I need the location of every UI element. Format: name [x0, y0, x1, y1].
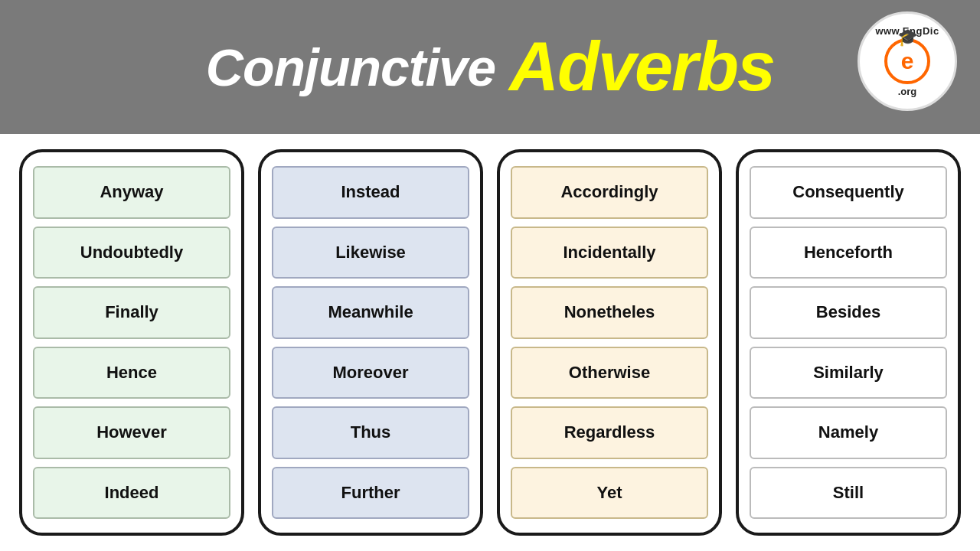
word-nonetheles: Nonetheles [511, 286, 708, 339]
word-incidentally: Incidentally [511, 227, 708, 279]
word-anyway: Anyway [33, 166, 230, 219]
word-indeed: Indeed [33, 467, 230, 520]
word-accordingly: Accordingly [511, 166, 708, 219]
column-2: Instead Likewise Meanwhile Moreover Thus… [258, 149, 483, 536]
word-thus: Thus [272, 406, 469, 459]
word-undoubtedly: Undoubtedly [33, 227, 230, 279]
word-yet: Yet [511, 467, 708, 520]
word-consequently: Consequently [750, 166, 947, 219]
word-regardless: Regardless [511, 406, 708, 459]
word-instead: Instead [272, 166, 469, 219]
header-title: Conjunctive Adverbs [206, 28, 774, 106]
adverbs-text: Adverbs [509, 28, 774, 106]
word-still: Still [750, 467, 947, 520]
word-hence: Hence [33, 347, 230, 399]
engdic-logo: www.EngDic 🎓 e .org [858, 11, 957, 111]
logo-letter: e [901, 48, 914, 74]
column-4: Consequently Henceforth Besides Similarl… [736, 149, 961, 536]
word-meanwhile: Meanwhile [272, 286, 469, 339]
conjunctive-text: Conjunctive [206, 37, 495, 97]
word-henceforth: Henceforth [750, 227, 947, 279]
word-similarly: Similarly [750, 347, 947, 399]
header: Conjunctive Adverbs www.EngDic 🎓 e .org [0, 0, 980, 134]
logo-cap-icon: 🎓 [897, 28, 918, 47]
main-content: Anyway Undoubtedly Finally Hence However… [0, 134, 980, 551]
logo-text-bottom: .org [898, 86, 917, 97]
word-likewise: Likewise [272, 227, 469, 279]
word-however: However [33, 406, 230, 459]
column-3: Accordingly Incidentally Nonetheles Othe… [497, 149, 722, 536]
word-namely: Namely [750, 406, 947, 459]
word-besides: Besides [750, 286, 947, 339]
word-further: Further [272, 467, 469, 520]
column-1: Anyway Undoubtedly Finally Hence However… [19, 149, 244, 536]
word-moreover: Moreover [272, 347, 469, 399]
logo-circle: 🎓 e [884, 38, 930, 84]
word-finally: Finally [33, 286, 230, 339]
word-otherwise: Otherwise [511, 347, 708, 399]
